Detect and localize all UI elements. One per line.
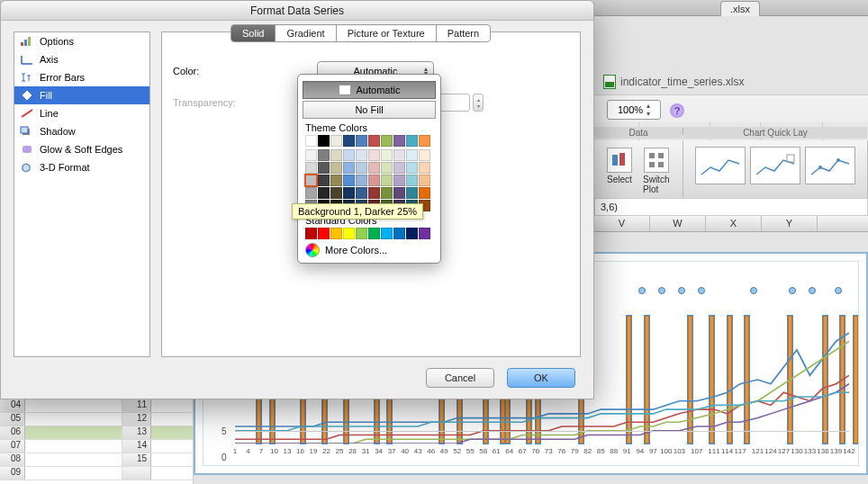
color-swatch[interactable] <box>356 187 367 199</box>
color-swatch[interactable] <box>368 175 380 186</box>
color-swatch[interactable] <box>393 149 405 161</box>
color-swatch[interactable] <box>356 135 367 147</box>
color-swatch[interactable] <box>356 149 367 161</box>
tab-picture-texture[interactable]: Picture or Texture <box>337 25 437 41</box>
color-swatch[interactable] <box>419 162 430 174</box>
row-number[interactable]: 13 <box>122 426 151 439</box>
row-number[interactable]: 06 <box>0 426 25 439</box>
color-swatch[interactable] <box>406 187 418 199</box>
color-swatch[interactable] <box>305 187 317 199</box>
color-swatch[interactable] <box>419 149 430 161</box>
tab-gradient[interactable]: Gradient <box>276 25 336 41</box>
sidebar-item-fill[interactable]: Fill <box>14 86 149 104</box>
color-swatch[interactable] <box>343 135 355 147</box>
selection-handle[interactable] <box>789 287 796 294</box>
selection-handle[interactable] <box>835 287 842 294</box>
transparency-stepper[interactable]: ▴▾ <box>473 94 484 112</box>
chart-layout-thumb[interactable] <box>695 147 746 184</box>
color-swatch[interactable] <box>356 228 367 239</box>
tab-pattern[interactable]: Pattern <box>437 25 490 41</box>
color-swatch[interactable] <box>393 187 405 199</box>
color-swatch[interactable] <box>368 228 380 239</box>
color-swatch[interactable] <box>330 175 342 186</box>
color-swatch[interactable] <box>356 175 367 186</box>
color-swatch[interactable] <box>343 228 355 239</box>
row-number[interactable]: 12 <box>122 413 151 426</box>
color-swatch[interactable] <box>318 149 330 161</box>
color-swatch[interactable] <box>368 149 380 161</box>
no-fill-button[interactable]: No Fill <box>303 101 436 119</box>
color-swatch[interactable] <box>343 162 355 174</box>
color-swatch[interactable] <box>393 162 405 174</box>
chart-layout-thumb[interactable] <box>750 147 800 184</box>
column-header[interactable]: V <box>594 216 650 231</box>
color-swatch[interactable] <box>318 162 330 174</box>
color-swatch[interactable] <box>393 135 405 147</box>
color-swatch[interactable] <box>305 162 317 174</box>
row-number[interactable]: 09 <box>0 467 25 480</box>
color-swatch[interactable] <box>343 175 355 186</box>
color-swatch[interactable] <box>318 228 330 239</box>
selection-handle[interactable] <box>809 287 816 294</box>
color-swatch[interactable] <box>381 135 393 147</box>
sidebar-item-error-bars[interactable]: Error Bars <box>14 68 149 86</box>
color-swatch[interactable] <box>330 162 342 174</box>
switch-plot-button[interactable]: Switch Plot <box>637 146 675 196</box>
color-swatch[interactable] <box>330 228 342 239</box>
formula-bar[interactable]: 3,6) <box>594 198 868 216</box>
color-swatch[interactable] <box>406 175 418 186</box>
color-swatch[interactable] <box>406 135 418 147</box>
column-header[interactable]: W <box>650 216 706 231</box>
column-header[interactable]: X <box>706 216 762 231</box>
color-swatch[interactable] <box>343 149 355 161</box>
color-swatch[interactable] <box>305 228 317 239</box>
color-swatch[interactable] <box>368 187 380 199</box>
row-number[interactable]: 07 <box>0 440 25 453</box>
color-swatch[interactable] <box>343 187 355 199</box>
row-number[interactable] <box>122 467 151 480</box>
sidebar-item-glow[interactable]: Glow & Soft Edges <box>14 140 149 158</box>
selection-handle[interactable] <box>750 287 757 294</box>
color-swatch[interactable] <box>406 162 418 174</box>
selection-handle[interactable] <box>698 287 705 294</box>
color-swatch[interactable] <box>419 187 430 199</box>
color-swatch[interactable] <box>330 135 342 147</box>
color-swatch[interactable] <box>381 175 393 186</box>
selection-handle[interactable] <box>638 287 646 294</box>
zoom-combo[interactable]: 100%▴▾ <box>607 100 661 120</box>
more-colors-button[interactable]: More Colors... <box>305 243 433 257</box>
color-swatch[interactable] <box>381 228 393 239</box>
color-swatch[interactable] <box>406 228 418 239</box>
color-swatch[interactable] <box>419 175 430 186</box>
select-button[interactable]: Select <box>601 146 637 196</box>
color-swatch[interactable] <box>330 149 342 161</box>
sidebar-item-axis[interactable]: Axis <box>14 50 149 68</box>
row-number[interactable]: 14 <box>122 440 151 453</box>
chart-layout-thumb[interactable] <box>805 147 855 184</box>
color-swatch[interactable] <box>381 187 393 199</box>
cancel-button[interactable]: Cancel <box>426 368 494 388</box>
color-swatch[interactable] <box>330 187 342 199</box>
color-swatch[interactable] <box>393 175 405 186</box>
sidebar-item-shadow[interactable]: Shadow <box>14 122 149 140</box>
color-swatch[interactable] <box>406 149 418 161</box>
row-number[interactable]: 11 <box>122 399 151 412</box>
row-number[interactable]: 08 <box>0 453 25 466</box>
color-swatch[interactable] <box>393 228 405 239</box>
row-number[interactable]: 04 <box>0 399 25 412</box>
color-swatch[interactable] <box>305 149 317 161</box>
color-swatch[interactable] <box>368 162 380 174</box>
sidebar-item-3d-format[interactable]: 3-D Format <box>14 158 149 176</box>
ok-button[interactable]: OK <box>507 368 575 388</box>
color-swatch[interactable] <box>305 175 317 186</box>
color-swatch[interactable] <box>381 162 393 174</box>
tab-solid[interactable]: Solid <box>231 25 276 41</box>
row-number[interactable]: 05 <box>0 413 25 426</box>
automatic-color-button[interactable]: Automatic <box>303 81 436 99</box>
chart-bar[interactable] <box>854 316 858 444</box>
window-tab[interactable]: .xlsx <box>720 1 760 16</box>
selection-handle[interactable] <box>658 287 665 294</box>
color-swatch[interactable] <box>318 187 330 199</box>
color-swatch[interactable] <box>381 149 393 161</box>
color-swatch[interactable] <box>305 135 317 147</box>
